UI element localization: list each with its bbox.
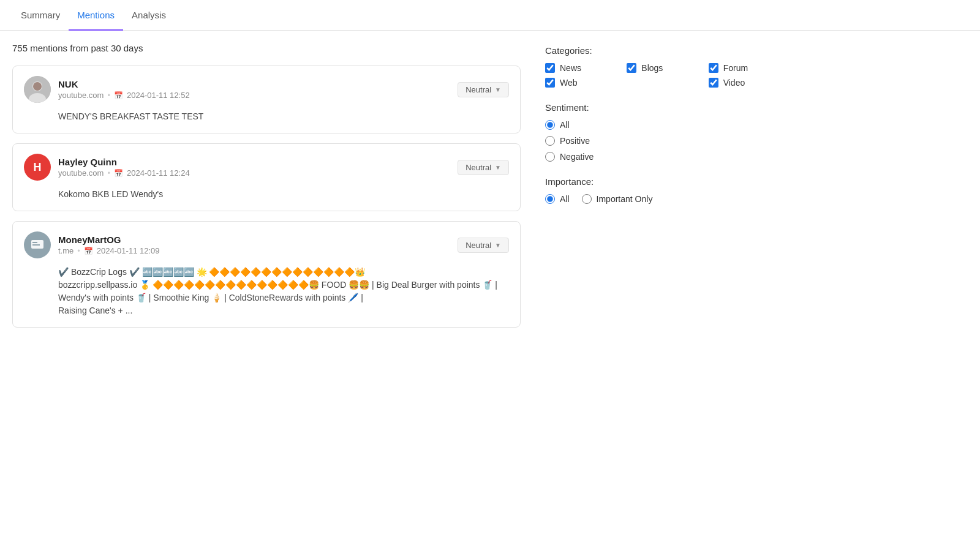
date: 2024-01-11 12:52 [127, 91, 190, 100]
mention-header: MoneyMartOG t.me • 📅 2024-01-11 12:09 Ne… [24, 231, 509, 258]
sentiment-label: Neutral [466, 241, 491, 250]
blogs-checkbox[interactable] [627, 63, 636, 73]
author-meta: youtube.com • 📅 2024-01-11 12:52 [58, 91, 190, 100]
importance-row: All Important Only [545, 194, 790, 204]
sentiment-all[interactable]: All [545, 120, 790, 130]
checkbox-web[interactable]: Web [545, 78, 627, 88]
sentiment-all-radio[interactable] [545, 120, 555, 130]
importance-all-label: All [560, 194, 570, 204]
main-content: 755 mentions from past 30 days [0, 31, 980, 350]
date: 2024-01-11 12:24 [127, 168, 190, 178]
source: t.me [58, 246, 74, 255]
web-label: Web [560, 78, 578, 88]
svg-point-3 [33, 82, 42, 91]
checkbox-video[interactable]: Video [709, 78, 790, 88]
chevron-down-icon: ▼ [495, 164, 501, 171]
avatar [24, 231, 51, 258]
sentiment-label: Neutral [466, 163, 491, 172]
mention-card: NUK youtube.com • 📅 2024-01-11 12:52 Neu… [12, 66, 521, 133]
author-name: NUK [58, 79, 190, 89]
sentiment-negative-label: Negative [560, 152, 594, 162]
sentiment-positive-radio[interactable] [545, 136, 555, 146]
svg-rect-6 [32, 244, 40, 246]
mention-content: Kokomo BKB LED Wendy's [24, 188, 509, 201]
tab-mentions[interactable]: Mentions [69, 0, 123, 30]
sentiment-radio-group: All Positive Negative [545, 120, 790, 162]
author-info: MoneyMartOG t.me • 📅 2024-01-11 12:09 [58, 235, 160, 255]
forum-label: Forum [723, 63, 748, 73]
chevron-down-icon: ▼ [495, 242, 501, 249]
mention-content: WENDY'S BREAKFAST TASTE TEST [24, 110, 509, 123]
mention-author: MoneyMartOG t.me • 📅 2024-01-11 12:09 [24, 231, 160, 258]
sentiment-negative-radio[interactable] [545, 152, 555, 162]
sentiment-positive[interactable]: Positive [545, 136, 790, 146]
tab-analysis[interactable]: Analysis [123, 0, 175, 30]
mention-author: NUK youtube.com • 📅 2024-01-11 12:52 [24, 76, 190, 103]
mentions-summary: 755 mentions from past 30 days [12, 43, 521, 53]
checkbox-blogs[interactable]: Blogs [627, 63, 708, 73]
mention-author: H Hayley Quinn youtube.com • 📅 2024-01-1… [24, 154, 190, 181]
video-checkbox[interactable] [709, 78, 718, 88]
importance-only-label: Important Only [597, 194, 653, 204]
sentiment-positive-label: Positive [560, 136, 590, 146]
sentiment-title: Sentiment: [545, 102, 790, 113]
author-info: Hayley Quinn youtube.com • 📅 2024-01-11 … [58, 157, 190, 178]
checkbox-news[interactable]: News [545, 63, 627, 73]
mention-header: NUK youtube.com • 📅 2024-01-11 12:52 Neu… [24, 76, 509, 103]
news-label: News [560, 63, 581, 73]
forum-checkbox[interactable] [709, 63, 718, 73]
mentions-column: 755 mentions from past 30 days [12, 43, 545, 337]
categories-title: Categories: [545, 45, 790, 56]
mention-card: H Hayley Quinn youtube.com • 📅 2024-01-1… [12, 143, 521, 211]
author-info: NUK youtube.com • 📅 2024-01-11 12:52 [58, 79, 190, 100]
importance-only[interactable]: Important Only [582, 194, 653, 204]
author-meta: t.me • 📅 2024-01-11 12:09 [58, 246, 160, 255]
importance-title: Importance: [545, 176, 790, 187]
sentiment-filter: Sentiment: All Positive Negative [545, 102, 790, 162]
calendar-icon: 📅 [114, 91, 123, 100]
filters-column: Categories: News Blogs Forum Web [545, 43, 790, 337]
sentiment-badge[interactable]: Neutral ▼ [458, 82, 509, 97]
categories-filter: Categories: News Blogs Forum Web [545, 45, 790, 88]
avatar [24, 76, 51, 103]
avatar: H [24, 154, 51, 181]
importance-filter: Importance: All Important Only [545, 176, 790, 204]
tab-summary[interactable]: Summary [12, 0, 69, 30]
video-label: Video [723, 78, 745, 88]
sentiment-label: Neutral [466, 85, 491, 94]
importance-all-radio[interactable] [545, 194, 555, 204]
importance-only-radio[interactable] [582, 194, 592, 204]
sentiment-badge[interactable]: Neutral ▼ [458, 160, 509, 175]
categories-grid: News Blogs Forum Web Video [545, 63, 790, 88]
svg-rect-5 [32, 242, 37, 243]
mention-content: ✔️ BozzCrip Logs ✔️ 🔤🔤🔤🔤🔤 🌟 🔶🔶🔶🔶🔶🔶🔶🔶🔶🔶🔶🔶… [24, 266, 509, 317]
web-checkbox[interactable] [545, 78, 555, 88]
sentiment-all-label: All [560, 120, 570, 130]
chevron-down-icon: ▼ [495, 86, 501, 93]
blogs-label: Blogs [641, 63, 663, 73]
importance-all[interactable]: All [545, 194, 570, 204]
checkbox-forum[interactable]: Forum [709, 63, 790, 73]
author-meta: youtube.com • 📅 2024-01-11 12:24 [58, 168, 190, 178]
sentiment-negative[interactable]: Negative [545, 152, 790, 162]
date: 2024-01-11 12:09 [97, 246, 160, 255]
tabs-nav: Summary Mentions Analysis [0, 0, 980, 31]
mention-card: MoneyMartOG t.me • 📅 2024-01-11 12:09 Ne… [12, 221, 521, 328]
calendar-icon: 📅 [84, 247, 93, 255]
news-checkbox[interactable] [545, 63, 555, 73]
mention-header: H Hayley Quinn youtube.com • 📅 2024-01-1… [24, 154, 509, 181]
author-name: MoneyMartOG [58, 235, 160, 245]
author-name: Hayley Quinn [58, 157, 190, 167]
calendar-icon: 📅 [114, 169, 123, 178]
avatar-initial: H [34, 161, 42, 174]
source: youtube.com [58, 91, 104, 100]
source: youtube.com [58, 168, 104, 178]
sentiment-badge[interactable]: Neutral ▼ [458, 238, 509, 253]
